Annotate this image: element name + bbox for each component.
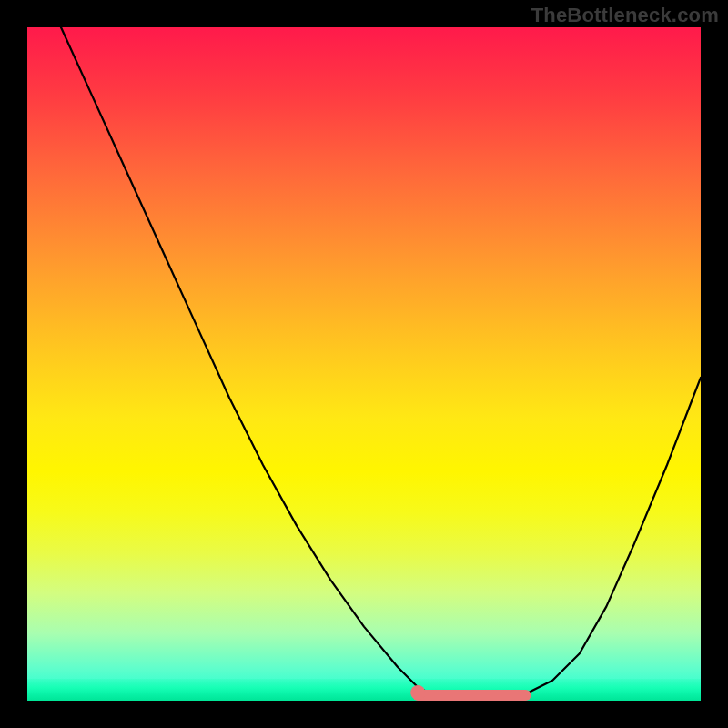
plot-area bbox=[27, 27, 701, 701]
chart-frame: TheBottleneck.com bbox=[0, 0, 728, 728]
watermark-text: TheBottleneck.com bbox=[531, 4, 719, 27]
chart-svg bbox=[27, 27, 701, 701]
valley-highlight-dot bbox=[410, 685, 425, 700]
bottleneck-curve bbox=[61, 27, 701, 701]
